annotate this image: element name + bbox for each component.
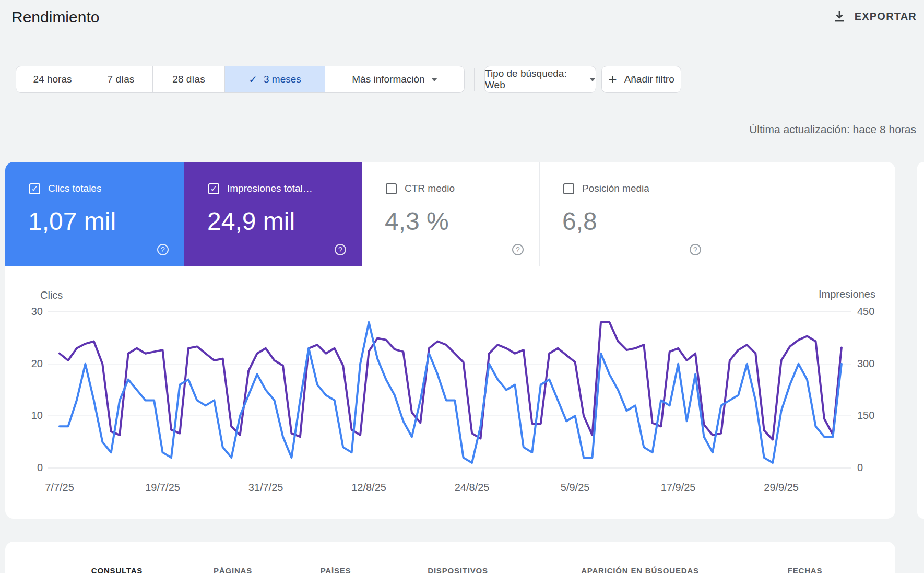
metric-label: Clics totales (48, 183, 101, 194)
plus-icon: + (608, 72, 617, 87)
help-icon[interactable]: ? (335, 244, 346, 255)
metric-label: CTR medio (405, 183, 455, 194)
metric-value: 1,07 mil (28, 207, 116, 236)
axis-tick-label: 5/9/25 (561, 482, 590, 494)
metric-card-clicks[interactable]: ✓ Clics totales 1,07 mil ? (5, 162, 184, 266)
metric-card-ctr[interactable]: CTR medio 4,3 % ? (362, 162, 539, 266)
axis-tick-label: 150 (857, 410, 874, 422)
axis-tick-label: 17/9/25 (661, 482, 696, 494)
metric-value: 6,8 (562, 207, 597, 236)
tab-paises[interactable]: PAÍSES (321, 566, 351, 573)
axis-tick-label: 30 (11, 306, 43, 318)
metric-value: 24,9 mil (207, 207, 295, 236)
range-7d[interactable]: 7 días (89, 66, 153, 92)
range-3m-selected[interactable]: ✓ 3 meses (225, 66, 325, 92)
page-title: Rendimiento (11, 8, 99, 26)
metric-card-position[interactable]: Posición media 6,8 ? (539, 162, 717, 266)
metric-label: Posición media (582, 183, 649, 194)
axis-tick-label: 0 (11, 462, 43, 474)
metric-card-impressions[interactable]: ✓ Impresiones total… 24,9 mil ? (184, 162, 362, 266)
axis-tick-label: 20 (11, 358, 43, 370)
date-range-chip-group: 24 horas 7 días 28 días ✓ 3 meses Más in… (16, 66, 465, 93)
chevron-down-icon (589, 78, 596, 81)
range-more-dropdown[interactable]: Más información (325, 66, 464, 92)
card-divider (717, 162, 717, 266)
last-update-status: Última actualización: hace 8 horas (749, 123, 916, 136)
axis-tick-label: 24/8/25 (455, 482, 490, 494)
axis-tick-label: 31/7/25 (248, 482, 283, 494)
card-divider (539, 162, 540, 266)
chevron-down-icon (431, 78, 437, 81)
metric-value: 4,3 % (385, 207, 449, 236)
help-icon[interactable]: ? (512, 244, 524, 255)
axis-tick-label: 300 (857, 358, 874, 370)
range-28d[interactable]: 28 días (153, 66, 225, 92)
toolbar-separator (474, 68, 475, 91)
checkbox-unchecked-icon[interactable] (563, 183, 574, 194)
download-icon (833, 9, 846, 23)
export-label: EXPORTAR (855, 10, 917, 22)
tab-dispositivos[interactable]: DISPOSITIVOS (428, 566, 488, 573)
checkbox-checked-icon[interactable]: ✓ (29, 183, 40, 194)
left-axis-title: Clics (40, 289, 63, 301)
metric-label: Impresiones total… (227, 183, 313, 194)
help-icon[interactable]: ? (157, 244, 169, 255)
side-panel-edge (917, 162, 924, 519)
axis-tick-label: 0 (857, 462, 863, 474)
right-axis-title: Impresiones (819, 288, 875, 300)
axis-tick-label: 10 (11, 410, 43, 422)
header-divider (0, 49, 924, 49)
search-type-dropdown[interactable]: Tipo de búsqueda: Web (484, 66, 596, 93)
tab-consultas[interactable]: CONSULTAS (91, 566, 143, 573)
help-icon[interactable]: ? (690, 244, 701, 255)
add-filter-button[interactable]: + Añadir filtro (601, 66, 681, 93)
tab-fechas[interactable]: FECHAS (788, 566, 822, 573)
axis-tick-label: 450 (857, 306, 874, 318)
tab-paginas[interactable]: PÁGINAS (214, 566, 252, 573)
check-icon: ✓ (248, 73, 257, 86)
checkbox-unchecked-icon[interactable] (386, 183, 397, 194)
range-24h[interactable]: 24 horas (16, 66, 89, 92)
export-button[interactable]: EXPORTAR (833, 9, 917, 23)
tab-aparicion[interactable]: APARICIÓN EN BÚSQUEDAS (581, 566, 699, 573)
axis-tick-label: 29/9/25 (764, 482, 799, 494)
axis-tick-label: 19/7/25 (145, 482, 180, 494)
checkbox-checked-icon[interactable]: ✓ (208, 183, 219, 194)
axis-tick-label: 7/7/25 (45, 482, 74, 494)
axis-tick-label: 12/8/25 (351, 482, 386, 494)
